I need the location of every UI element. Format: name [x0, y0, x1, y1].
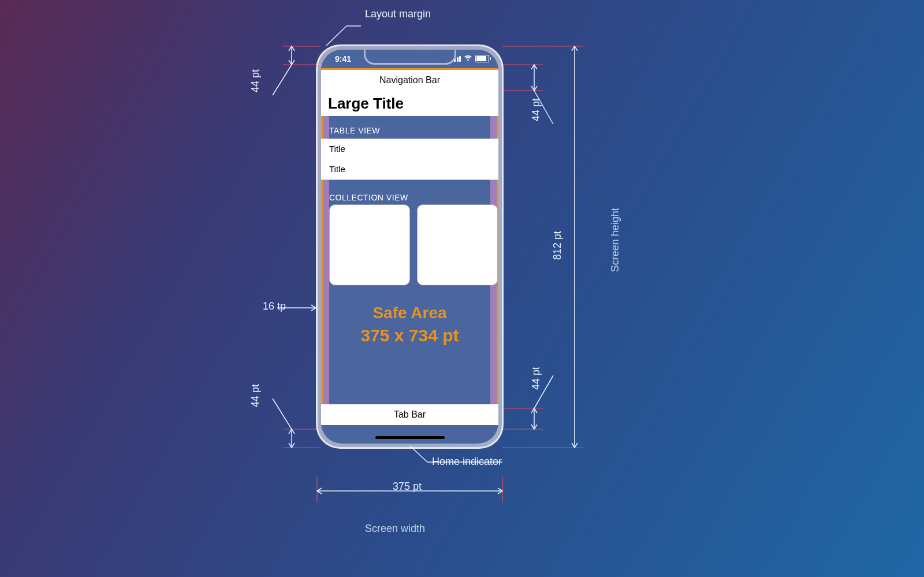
dim-homebar-44: 44 pt	[249, 384, 262, 407]
dim-tabbar-44: 44 pt	[530, 367, 542, 390]
dim-navbar-44: 44 pt	[530, 98, 542, 121]
dim-margin-16: 16 tp	[263, 300, 286, 312]
battery-icon	[475, 55, 489, 62]
collection-view	[329, 204, 498, 285]
status-time: 9:41	[335, 54, 351, 64]
dim-width-375: 375 pt	[393, 481, 422, 493]
dim-statusbar-44: 44 pt	[249, 69, 262, 92]
table-view-header: TABLE VIEW	[329, 126, 380, 135]
wifi-icon	[464, 55, 472, 62]
label-screen-width: Screen width	[365, 523, 425, 535]
tab-bar[interactable]: Tab Bar	[321, 404, 498, 425]
label-home-indicator: Home indicator	[432, 456, 502, 468]
status-icons	[452, 55, 490, 62]
dim-height-812: 812 pt	[552, 231, 564, 260]
navigation-bar[interactable]: Navigation Bar	[321, 70, 498, 91]
tab-bar-label: Tab Bar	[394, 410, 426, 420]
table-row[interactable]: Title	[321, 139, 498, 159]
collection-cell[interactable]	[329, 204, 410, 285]
navigation-bar-label: Navigation Bar	[379, 75, 440, 85]
table-row[interactable]: Title	[321, 158, 498, 180]
collection-view-header: COLLECTION VIEW	[329, 193, 408, 202]
home-indicator-bar[interactable]	[375, 436, 445, 439]
phone-frame: 9:41 Navigation Bar Large Title TABLE VI…	[316, 44, 504, 449]
safe-area-text: Safe Area 375 x 734 pt	[321, 304, 498, 345]
large-title: Large Title	[321, 91, 498, 116]
phone-screen: 9:41 Navigation Bar Large Title TABLE VI…	[321, 50, 498, 444]
notch	[364, 50, 456, 65]
label-layout-margin: Layout margin	[365, 8, 431, 20]
collection-cell[interactable]	[417, 204, 498, 285]
label-screen-height: Screen height	[609, 208, 621, 272]
